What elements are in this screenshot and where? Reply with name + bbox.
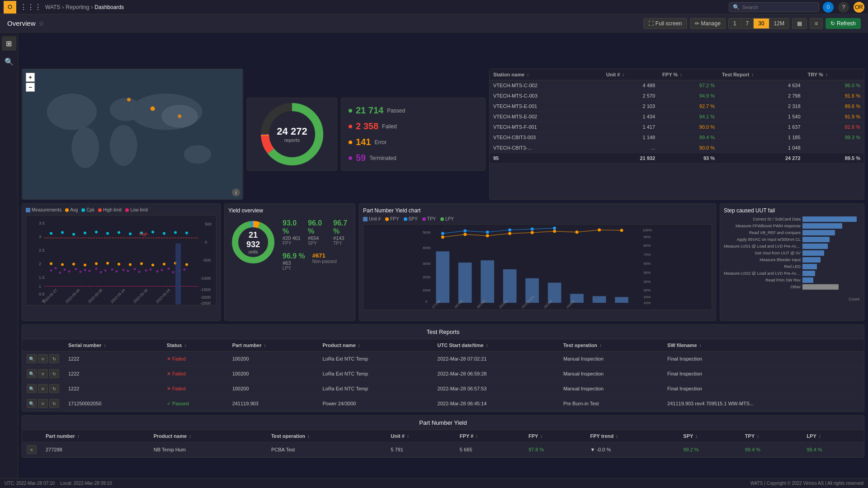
product-header[interactable]: Product name ↕ [318,339,433,352]
local-time: Local: 2022-Mar-28 09:10 [60,481,112,486]
high-limit-legend-item: High limit [98,207,122,212]
time-12m-button[interactable]: 12M [769,19,789,28]
serial-header[interactable]: Serial number ↕ [64,339,162,352]
view-button[interactable]: 🔍 [27,354,37,363]
menu-button[interactable]: ≡ [38,384,48,393]
pny-menu-button[interactable]: ≡ [27,445,37,454]
station-reports: 1 185 [718,132,804,143]
pny-row[interactable]: ≡ 277288 NB Temp Hum PCBA Test 5 791 5 6… [22,442,864,457]
pn-yield-title: Part Number Yield [22,416,864,430]
station-table-row[interactable]: VTECH-MTS-E-002 1 434 94.1 % 1 540 91.9 … [490,112,864,122]
dashboards-link[interactable]: Dashboards [94,4,124,10]
test-report-row[interactable]: 🔍 ≡ ↻ 171250002050 ✓ Passed 241119.903 P… [22,396,864,411]
svg-text:2.5: 2.5 [39,248,45,253]
station-table-row[interactable]: VTECH-MTS-C-002 4 488 97.2 % 4 634 96.0 … [490,80,864,91]
station-try [804,143,864,153]
pny-spy-header[interactable]: SPY ↕ [679,430,741,442]
wats-link[interactable]: WATS [45,4,60,10]
failed-stat: 2 358 Failed [349,121,478,131]
sidebar-search-icon[interactable]: 🔍 [2,54,16,69]
menu-button[interactable]: ≡ [38,354,48,363]
units-col-header[interactable]: Unit # ↕ [603,69,659,80]
pny-fpy-header[interactable]: FPY ↕ [524,430,586,442]
sidebar-home-icon[interactable]: ⊞ [2,36,16,51]
favorite-star-icon[interactable]: ☆ [38,20,44,27]
reports-col-header[interactable]: Test Report ↕ [718,69,804,80]
step-bar-row: Get Vout from UUT @ 0V [724,250,860,256]
pny-part-header[interactable]: Part number ↕ [41,430,149,442]
step-bar-label: Read Prim SW Rev [724,278,801,282]
pny-tpy-header[interactable]: TPY ↕ [741,430,802,442]
zoom-in-button[interactable]: + [26,73,35,82]
tpy-legend: TPY [422,216,436,221]
fpy-col-header[interactable]: FPY % ↕ [659,69,718,80]
view-button[interactable]: 🔍 [27,384,37,393]
time-1d-button[interactable]: 1 [729,19,741,28]
pny-trend-header[interactable]: FPY trend ↕ [585,430,679,442]
lpy-legend: LPY [440,216,454,221]
main-content: + − i [18,65,868,488]
pny-fpynum-header[interactable]: FPY # ↕ [455,430,524,442]
search-bar[interactable]: 🔍 [729,2,819,12]
pny-units-header[interactable]: Unit # ↕ [386,430,455,442]
station-table-row[interactable]: VTECH-CBIT3-003 1 148 99.4 % 1 185 99.3 … [490,132,864,143]
test-report-row[interactable]: 🔍 ≡ ↻ 1222 ✕ Failed 100200 LoRa Ext NTC … [22,352,864,366]
time-30d-button[interactable]: 30 [754,19,769,28]
station-table-row[interactable]: VTECH-CBIT3-... ... 90.0 % 1 048 [490,143,864,153]
svg-point-37 [95,263,98,265]
refresh-button[interactable]: ↻ Refresh [826,18,861,29]
layout-list-button[interactable]: ≡ [810,18,823,29]
step-bar-row: Read Prim SW Rev [724,277,860,283]
menu-button[interactable]: ≡ [38,369,48,378]
date-header[interactable]: UTC Start date/time ↕ [433,339,559,352]
pny-lpy-header[interactable]: LPY ↕ [802,430,864,442]
reporting-link[interactable]: Reporting [66,4,89,10]
station-fpy: 90.0 % [659,143,718,153]
action-buttons: 🔍 ≡ ↻ [27,384,59,393]
station-reports: 1 048 [718,143,804,153]
view-button[interactable]: 🔍 [27,369,37,378]
test-reports-table: Serial number ↕ Status ↕ Part number ↕ P… [22,339,864,411]
test-report-row[interactable]: 🔍 ≡ ↻ 1222 ✕ Failed 100200 LoRa Ext NTC … [22,366,864,381]
row-actions: 🔍 ≡ ↻ [22,396,64,411]
view-button[interactable]: 🔍 [27,399,37,408]
status-header[interactable]: Status ↕ [162,339,228,352]
zoom-out-button[interactable]: − [26,83,35,92]
refresh-row-button[interactable]: ↻ [49,354,59,363]
step-bar-label: Measure Bleeder input [724,258,801,262]
apps-grid-icon[interactable]: ⋮⋮⋮ [20,3,42,11]
avg-legend-item: Avg [65,207,78,212]
map-info-icon[interactable]: i [232,188,240,197]
menu-button[interactable]: ≡ [38,399,48,408]
test-report-row[interactable]: 🔍 ≡ ↻ 1222 ✕ Failed 100200 LoRa Ext NTC … [22,381,864,396]
svg-text:80%: 80% [644,244,651,248]
try-col-header[interactable]: TRY % ↕ [804,69,864,80]
station-table-row[interactable]: VTECH-MTS-E-001 2 103 92.7 % 2 318 89.6 … [490,101,864,112]
status-failed: ✕ Failed [167,371,223,377]
operation-header[interactable]: Test operation ↕ [559,339,663,352]
refresh-row-button[interactable]: ↻ [49,399,59,408]
help-icon[interactable]: ? [838,2,849,13]
notification-badge[interactable]: 0 [823,2,834,13]
station-table-row[interactable]: VTECH-MTS-F-001 1 417 90.0 % 1 637 82.8 … [490,122,864,132]
svg-point-63 [68,270,71,272]
unit-legend: Unit # [363,216,381,221]
sw-header[interactable]: SW filename ↕ [663,339,864,352]
pny-product-header[interactable]: Product name ↕ [149,430,267,442]
layout-grid-button[interactable]: ▦ [792,18,807,29]
step-bar-label: Measure LVD2 @ Load and LVD Pre-Activate… [724,271,801,276]
part-header[interactable]: Part number ↕ [228,339,318,352]
user-avatar[interactable]: OR [854,2,864,13]
station-reports: 1 540 [718,112,804,122]
svg-point-75 [134,268,136,270]
time-7d-button[interactable]: 7 [741,19,754,28]
station-col-header[interactable]: Station name ↕ [490,69,603,80]
pny-operation-header[interactable]: Test operation ↕ [267,430,386,442]
refresh-row-button[interactable]: ↻ [49,384,59,393]
station-table-row[interactable]: VTECH-MTS-C-003 2 570 94.9 % 2 798 91.6 … [490,91,864,101]
search-input[interactable] [742,5,810,10]
manage-button[interactable]: ✏ Manage [690,18,726,29]
refresh-row-button[interactable]: ↻ [49,369,59,378]
fullscreen-button[interactable]: ⛶ Full screen [643,18,687,29]
svg-point-34 [61,263,64,266]
